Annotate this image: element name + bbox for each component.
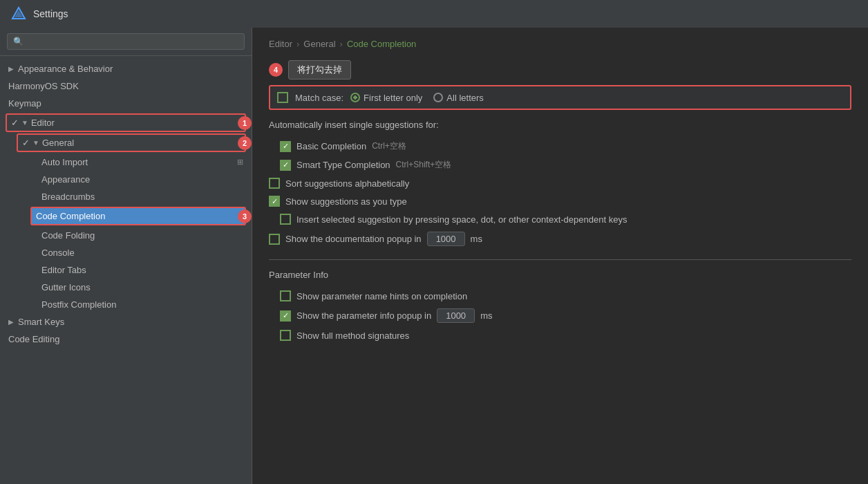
sidebar-label-code-completion: Code Completion xyxy=(36,211,240,221)
sidebar-item-keymap[interactable]: Keymap xyxy=(0,95,252,112)
sidebar-label-appearance-behavior: Appearance & Behavior xyxy=(18,64,243,74)
sidebar-item-code-folding[interactable]: Code Folding xyxy=(0,227,252,244)
match-case-row: Match case: First letter only All letter… xyxy=(269,85,851,110)
breadcrumb-code-completion: Code Completion xyxy=(347,39,416,49)
section-divider xyxy=(269,259,851,260)
basic-completion-row: Basic Completion Ctrl+空格 xyxy=(269,137,851,156)
show-info-popup-checkbox[interactable] xyxy=(280,310,291,322)
match-case-label: Match case: xyxy=(295,93,343,103)
sidebar-item-console[interactable]: Console xyxy=(0,244,252,261)
step-badge-1: 1 xyxy=(238,116,252,130)
sidebar-label-gutter-icons: Gutter Icons xyxy=(41,282,243,292)
nav-tree: ▶ Appearance & Behavior HarmonyOS SDK Ke… xyxy=(0,56,252,352)
sort-alphabetically-row: Sort suggestions alphabetically xyxy=(269,174,851,192)
show-doc-popup-row: Show the documentation popup in ms xyxy=(269,228,851,250)
show-name-hints-label: Show parameter name hints on completion xyxy=(296,291,467,301)
window-title: Settings xyxy=(33,8,68,19)
breadcrumb-general: General xyxy=(303,39,335,49)
smart-type-completion-checkbox[interactable] xyxy=(280,160,291,171)
sidebar-label-code-editing: Code Editing xyxy=(8,334,243,344)
basic-completion-shortcut: Ctrl+空格 xyxy=(372,140,406,152)
insert-by-space-row: Insert selected suggestion by pressing s… xyxy=(269,210,851,228)
sidebar-item-gutter-icons[interactable]: Gutter Icons xyxy=(0,279,252,296)
step4-tooltip-row: 4 将打勾去掉 xyxy=(269,60,851,80)
basic-completion-label: Basic Completion xyxy=(296,141,366,151)
collapse-editor-icon: ▼ xyxy=(21,119,28,127)
show-info-popup-input[interactable] xyxy=(437,308,475,323)
expand-smart-keys-icon: ▶ xyxy=(8,318,14,326)
search-bar xyxy=(0,28,252,56)
radio-all-letters[interactable]: All letters xyxy=(433,93,483,103)
show-doc-popup-checkbox[interactable] xyxy=(269,234,280,245)
breadcrumb: Editor › General › Code Completion xyxy=(269,39,851,49)
show-full-signatures-checkbox[interactable] xyxy=(280,330,291,341)
sidebar-label-editor: Editor xyxy=(31,118,240,128)
sidebar-item-smart-keys[interactable]: ▶ Smart Keys xyxy=(0,313,252,331)
expand-icon: ▶ xyxy=(8,65,14,73)
match-case-checkbox[interactable] xyxy=(277,92,288,103)
search-input[interactable] xyxy=(7,33,245,50)
sidebar-label-editor-tabs: Editor Tabs xyxy=(41,265,243,275)
show-as-you-type-row: Show suggestions as you type xyxy=(269,192,851,210)
show-full-signatures-row: Show full method signatures xyxy=(269,326,851,344)
radio-first-letter-icon xyxy=(350,93,360,102)
sidebar-label-console: Console xyxy=(41,248,243,258)
show-info-popup-label: Show the parameter info popup in xyxy=(296,310,431,321)
show-info-popup-unit: ms xyxy=(480,310,492,321)
smart-type-completion-row: Smart Type Completion Ctrl+Shift+空格 xyxy=(269,156,851,174)
show-doc-popup-unit: ms xyxy=(471,234,482,244)
main-layout: ▶ Appearance & Behavior HarmonyOS SDK Ke… xyxy=(0,28,868,484)
step-badge-2: 2 xyxy=(238,136,252,150)
sidebar-label-keymap: Keymap xyxy=(8,98,243,109)
sidebar-label-general: General xyxy=(42,138,240,148)
show-full-signatures-label: Show full method signatures xyxy=(296,331,409,341)
sidebar-label-postfix-completion: Postfix Completion xyxy=(41,299,243,310)
show-name-hints-row: Show parameter name hints on completion xyxy=(269,287,851,305)
sidebar-label-breadcrumbs: Breadcrumbs xyxy=(41,192,243,202)
content-area: Editor › General › Code Completion 4 将打勾… xyxy=(252,28,868,484)
insert-by-space-checkbox[interactable] xyxy=(280,214,291,225)
collapse-general-icon: ▼ xyxy=(32,139,39,147)
sidebar-label-harmonyos-sdk: HarmonyOS SDK xyxy=(8,81,243,91)
title-bar: Settings xyxy=(0,0,868,28)
sidebar-label-appearance: Appearance xyxy=(41,174,243,185)
radio-all-letters-label: All letters xyxy=(446,93,483,103)
sidebar-item-postfix-completion[interactable]: Postfix Completion xyxy=(0,296,252,313)
sidebar-label-smart-keys: Smart Keys xyxy=(18,317,243,327)
step-badge-3: 3 xyxy=(238,210,252,223)
breadcrumb-sep-2: › xyxy=(340,39,343,49)
sidebar-item-appearance[interactable]: Appearance xyxy=(0,171,252,188)
breadcrumb-editor: Editor xyxy=(269,39,292,49)
radio-first-letter[interactable]: First letter only xyxy=(350,93,422,103)
sidebar-label-auto-import: Auto Import xyxy=(41,157,233,167)
sidebar-item-harmonyos-sdk[interactable]: HarmonyOS SDK xyxy=(0,77,252,95)
smart-type-completion-shortcut: Ctrl+Shift+空格 xyxy=(396,159,452,171)
step4-tooltip-text: 将打勾去掉 xyxy=(288,60,351,80)
sidebar-item-general[interactable]: ✓ ▼ General 2 xyxy=(17,133,246,152)
auto-import-icon: ⊞ xyxy=(237,158,243,167)
show-info-popup-row: Show the parameter info popup in ms xyxy=(269,305,851,326)
sort-alphabetically-label: Sort suggestions alphabetically xyxy=(285,178,409,189)
show-as-you-type-label: Show suggestions as you type xyxy=(285,196,407,207)
app-logo-icon xyxy=(11,6,26,21)
step-badge-4: 4 xyxy=(269,63,283,77)
smart-type-completion-label: Smart Type Completion xyxy=(296,160,390,170)
sidebar-item-breadcrumbs[interactable]: Breadcrumbs xyxy=(0,188,252,205)
show-doc-popup-label: Show the documentation popup in xyxy=(285,234,422,244)
show-name-hints-checkbox[interactable] xyxy=(280,290,291,301)
checkmark-general-icon: ✓ xyxy=(22,138,30,148)
sort-alphabetically-checkbox[interactable] xyxy=(269,178,280,189)
sidebar-item-editor-tabs[interactable]: Editor Tabs xyxy=(0,261,252,279)
sidebar-item-code-completion[interactable]: Code Completion 3 xyxy=(30,207,246,225)
radio-first-letter-label: First letter only xyxy=(364,93,422,103)
show-as-you-type-checkbox[interactable] xyxy=(269,196,280,207)
sidebar-item-code-editing[interactable]: Code Editing xyxy=(0,331,252,348)
sidebar-item-auto-import[interactable]: Auto Import ⊞ xyxy=(0,153,252,171)
sidebar-item-editor[interactable]: ✓ ▼ Editor 1 xyxy=(6,113,246,132)
show-doc-popup-input[interactable] xyxy=(427,232,465,246)
auto-insert-label: Automatically insert single suggestions … xyxy=(269,120,851,130)
sidebar-item-appearance-behavior[interactable]: ▶ Appearance & Behavior xyxy=(0,60,252,77)
sidebar: ▶ Appearance & Behavior HarmonyOS SDK Ke… xyxy=(0,28,252,484)
checkmark-editor-icon: ✓ xyxy=(11,118,19,128)
basic-completion-checkbox[interactable] xyxy=(280,141,291,152)
